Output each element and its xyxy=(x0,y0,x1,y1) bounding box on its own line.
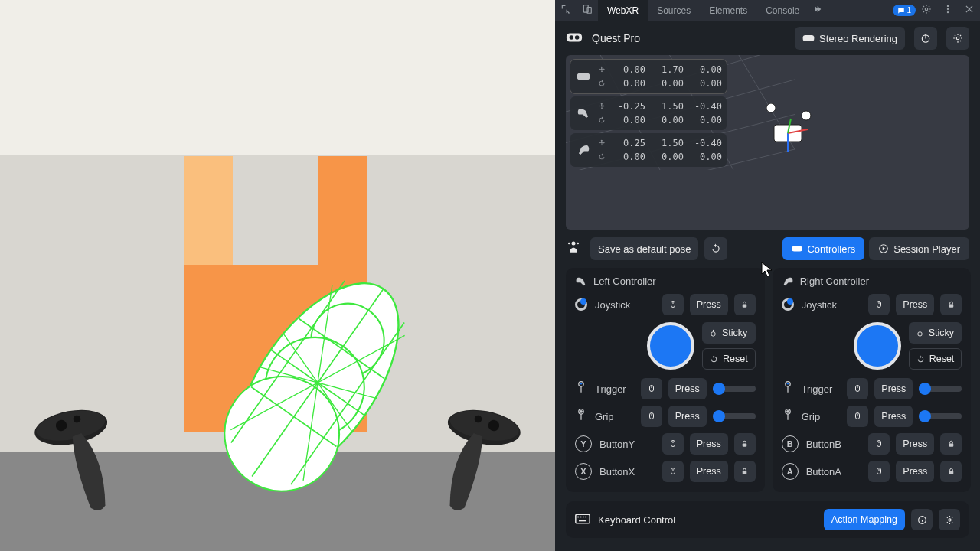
session-player-button[interactable]: Session Player xyxy=(869,237,969,260)
svg-rect-21 xyxy=(803,35,815,41)
issues-badge[interactable]: 1 xyxy=(893,5,916,16)
right-grip-slider[interactable] xyxy=(919,413,962,419)
svg-rect-37 xyxy=(743,444,747,447)
b-button-icon: B xyxy=(782,435,799,452)
reset-pose-button[interactable] xyxy=(704,237,727,260)
keyboard-control-label: Keyboard Control xyxy=(598,514,675,526)
svg-point-34 xyxy=(580,382,583,384)
kebab-icon[interactable] xyxy=(937,4,959,17)
tab-elements[interactable]: Elements xyxy=(700,0,756,21)
left-y-touch-button[interactable] xyxy=(662,433,684,455)
right-trigger-slider[interactable] xyxy=(919,386,962,392)
svg-point-43 xyxy=(786,409,789,412)
left-grip-row: Grip Press xyxy=(575,405,756,428)
save-pose-button[interactable]: Save as default pose xyxy=(590,237,698,260)
svg-point-15 xyxy=(947,5,949,7)
panel-settings-button[interactable] xyxy=(946,27,969,50)
right-reset-button[interactable]: Reset xyxy=(909,348,962,370)
left-y-press-button[interactable]: Press xyxy=(690,433,728,455)
hmd-rot-z: 0.00 xyxy=(687,77,722,90)
left-rot-z: 0.00 xyxy=(687,113,722,127)
kbd-info-button[interactable] xyxy=(911,509,933,530)
left-grip-touch-button[interactable] xyxy=(641,406,662,427)
left-x-touch-button[interactable] xyxy=(662,461,684,482)
svg-point-17 xyxy=(947,11,949,13)
devtools-tab-bar: WebXR Sources Elements Console 1 xyxy=(555,0,980,21)
svg-rect-32 xyxy=(743,305,747,308)
left-controller-title: Left Controller xyxy=(575,276,756,287)
hmd-rot-y: 0.00 xyxy=(648,77,684,90)
svg-point-19 xyxy=(570,35,574,40)
svg-point-9 xyxy=(448,406,521,445)
devtools-pane: WebXR Sources Elements Console 1 xyxy=(555,0,980,551)
power-button[interactable] xyxy=(914,27,937,50)
right-joystick-touch-button[interactable] xyxy=(868,294,890,315)
right-a-touch-button[interactable] xyxy=(868,461,890,482)
left-grip-press-button[interactable]: Press xyxy=(668,406,707,427)
more-tabs-icon[interactable] xyxy=(808,4,830,17)
joystick-icon xyxy=(575,298,587,311)
hmd-pos-y: 1.70 xyxy=(648,63,684,77)
svg-point-7 xyxy=(73,415,81,423)
grip-label: Grip xyxy=(595,411,614,422)
left-joystick-touch-button[interactable] xyxy=(662,294,684,315)
kbd-settings-button[interactable] xyxy=(939,509,960,530)
left-x-lock-button[interactable] xyxy=(734,461,756,482)
stereo-rendering-button[interactable]: Stereo Rendering xyxy=(795,27,905,50)
inspect-icon[interactable] xyxy=(555,4,577,17)
left-joystick-lock-button[interactable] xyxy=(734,294,756,315)
settings-gear-icon[interactable] xyxy=(916,4,937,17)
svg-point-11 xyxy=(474,415,482,423)
right-b-press-button[interactable]: Press xyxy=(896,433,934,455)
left-joystick-pad[interactable] xyxy=(647,322,694,370)
right-a-press-button[interactable]: Press xyxy=(896,461,934,482)
close-devtools-icon[interactable] xyxy=(959,4,980,17)
left-trigger-touch-button[interactable] xyxy=(641,378,662,399)
left-trigger-press-button[interactable]: Press xyxy=(668,378,707,399)
x-button-icon: X xyxy=(575,463,592,480)
right-a-lock-button[interactable] xyxy=(940,461,962,482)
left-grip-slider[interactable] xyxy=(713,413,756,419)
left-trigger-slider[interactable] xyxy=(713,386,756,392)
svg-rect-18 xyxy=(567,33,582,41)
right-grip-press-button[interactable]: Press xyxy=(874,406,913,427)
right-b-touch-button[interactable] xyxy=(868,433,890,455)
left-pos-z: -0.40 xyxy=(687,99,722,113)
svg-point-41 xyxy=(786,382,789,384)
device-toggle-icon[interactable] xyxy=(577,4,598,17)
svg-point-10 xyxy=(488,419,501,432)
svg-rect-50 xyxy=(585,516,586,517)
right-joystick-press-button[interactable]: Press xyxy=(896,294,934,315)
pose-row-hmd[interactable]: 0.00 1.70 0.00 0.00 0.00 0.00 xyxy=(570,60,727,93)
right-sticky-button[interactable]: Sticky xyxy=(909,322,962,344)
y-button-icon: Y xyxy=(575,435,592,452)
svg-point-53 xyxy=(948,518,950,520)
buttonx-label: ButtonX xyxy=(599,466,635,478)
joystick-icon xyxy=(782,298,794,311)
right-pos-z: -0.40 xyxy=(687,136,722,150)
right-grip-touch-button[interactable] xyxy=(847,406,868,427)
pose-row-left[interactable]: -0.25 1.50 -0.40 0.00 0.00 0.00 xyxy=(570,96,727,130)
pose-row-right[interactable]: 0.25 1.50 -0.40 0.00 0.00 0.00 xyxy=(570,133,727,167)
left-y-lock-button[interactable] xyxy=(734,433,756,455)
left-x-press-button[interactable]: Press xyxy=(690,461,728,482)
svg-point-16 xyxy=(947,8,949,10)
right-trigger-press-button[interactable]: Press xyxy=(874,378,913,399)
tab-console[interactable]: Console xyxy=(756,0,808,21)
person-pose-icon xyxy=(566,240,584,258)
emulator-3d-viewport[interactable]: 0.00 1.70 0.00 0.00 0.00 0.00 xyxy=(566,55,969,230)
svg-point-23 xyxy=(956,37,959,40)
viewport-rig xyxy=(757,97,826,166)
tab-webxr[interactable]: WebXR xyxy=(598,0,648,21)
left-sticky-button[interactable]: Sticky xyxy=(702,322,756,344)
right-joystick-lock-button[interactable] xyxy=(940,294,962,315)
controllers-mode-button[interactable]: Controllers xyxy=(782,237,864,260)
svg-point-8 xyxy=(445,405,523,450)
right-joystick-pad[interactable] xyxy=(854,322,901,370)
left-joystick-press-button[interactable]: Press xyxy=(690,294,728,315)
action-mapping-button[interactable]: Action Mapping xyxy=(824,509,905,530)
tab-sources[interactable]: Sources xyxy=(648,0,700,21)
right-trigger-touch-button[interactable] xyxy=(847,378,868,399)
left-reset-button[interactable]: Reset xyxy=(702,348,756,370)
right-b-lock-button[interactable] xyxy=(940,433,962,455)
